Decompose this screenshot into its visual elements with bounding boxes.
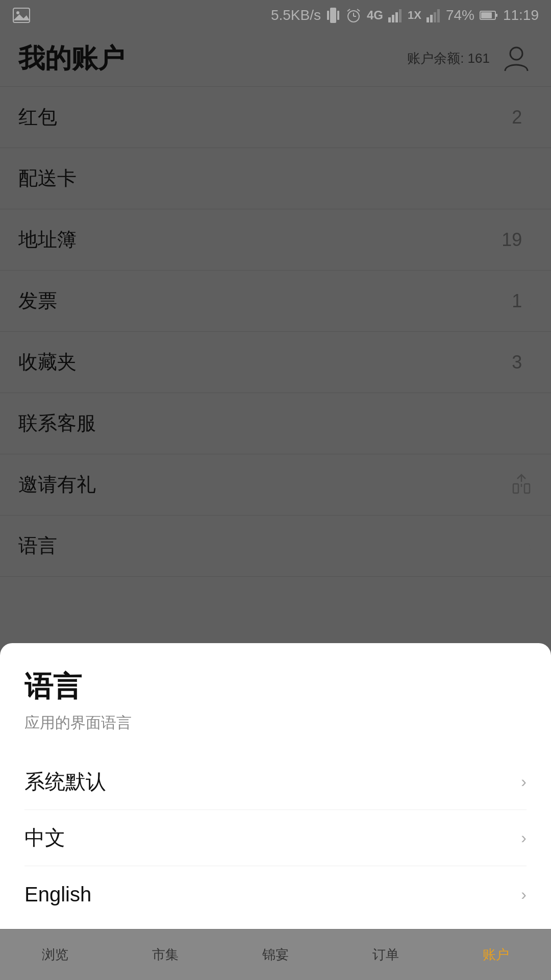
dialog-title: 语言 xyxy=(24,668,527,706)
nav-jinyan[interactable]: 锦宴 xyxy=(220,946,331,964)
dialog-item-system-default[interactable]: 系统默认 › xyxy=(24,754,527,810)
bottom-nav: 浏览 市集 锦宴 订单 账户 xyxy=(0,929,551,980)
nav-orders[interactable]: 订单 xyxy=(331,946,441,964)
nav-label-account: 账户 xyxy=(483,946,509,964)
dialog-chevron-chinese: › xyxy=(521,828,527,847)
nav-label-jinyan: 锦宴 xyxy=(262,946,289,964)
dialog-label-system-default: 系统默认 xyxy=(24,768,106,796)
dialog-chevron-system-default: › xyxy=(521,772,527,791)
dialog-subtitle: 应用的界面语言 xyxy=(24,713,527,733)
nav-account[interactable]: 账户 xyxy=(441,946,551,964)
nav-label-market: 市集 xyxy=(152,946,179,964)
nav-label-orders: 订单 xyxy=(372,946,399,964)
dialog-label-chinese: 中文 xyxy=(24,824,65,852)
nav-label-browse: 浏览 xyxy=(42,946,68,964)
dialog-chevron-english: › xyxy=(521,885,527,904)
dialog-item-chinese[interactable]: 中文 › xyxy=(24,810,527,866)
dialog-label-english: English xyxy=(24,883,91,906)
nav-market[interactable]: 市集 xyxy=(110,946,220,964)
dialog-item-english[interactable]: English › xyxy=(24,866,527,922)
nav-browse[interactable]: 浏览 xyxy=(0,946,110,964)
dialog-overlay[interactable]: 语言 应用的界面语言 系统默认 › 中文 › English › xyxy=(0,0,551,980)
